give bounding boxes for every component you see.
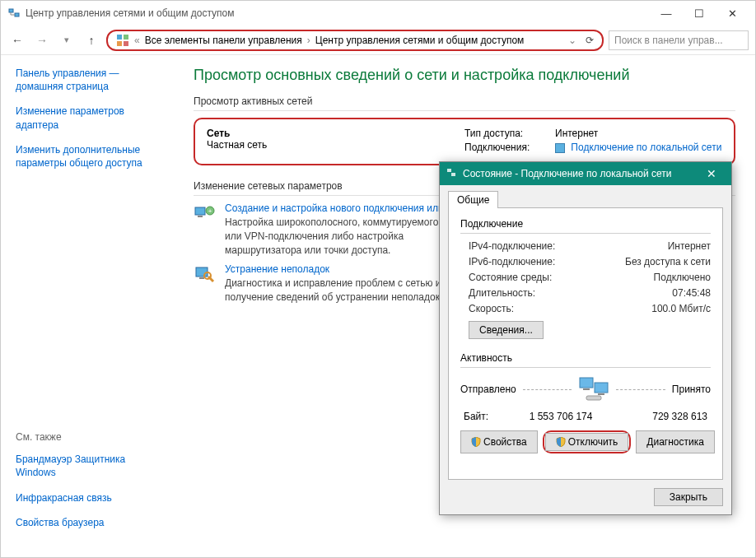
address-bar[interactable]: « Все элементы панели управления › Центр…: [106, 30, 604, 51]
svg-rect-5: [124, 35, 128, 40]
active-network-box: Сеть Частная сеть Тип доступа: Интернет …: [194, 118, 735, 165]
recv-bytes: 729 328 613: [633, 411, 707, 422]
svg-rect-16: [451, 173, 455, 176]
search-input[interactable]: Поиск в панели управ...: [609, 30, 749, 50]
svg-rect-4: [117, 35, 122, 40]
sidebar-home-link[interactable]: Панель управления — домашняя страница: [16, 67, 159, 93]
ipv6-value: Без доступа к сети: [625, 256, 711, 267]
sidebar-infrared-link[interactable]: Инфракрасная связь: [16, 491, 164, 505]
connection-section-label: Подключение: [460, 218, 711, 230]
refresh-button[interactable]: ⟳: [586, 35, 594, 46]
activity-section-label: Активность: [460, 352, 711, 364]
window-title: Центр управления сетями и общим доступом: [26, 7, 235, 19]
up-button[interactable]: ↑: [82, 30, 101, 50]
control-panel-icon: [116, 34, 129, 47]
access-type-label: Тип доступа:: [464, 128, 547, 139]
breadcrumb-prefix: «: [134, 35, 140, 46]
sent-label: Отправлено: [460, 384, 516, 395]
troubleshoot-desc: Диагностика и исправление проблем с сеть…: [225, 277, 455, 305]
svg-text:+: +: [208, 207, 212, 215]
troubleshoot-icon: [194, 263, 217, 286]
forward-button[interactable]: →: [32, 30, 52, 50]
maximize-button[interactable]: ☐: [683, 2, 716, 25]
connections-label: Подключения:: [464, 142, 547, 153]
svg-rect-1: [15, 13, 19, 16]
status-dialog: Состояние - Подключение по локальной сет…: [439, 161, 732, 515]
svg-rect-8: [195, 207, 205, 215]
properties-button-label: Свойства: [483, 436, 527, 448]
duration-value: 07:45:48: [672, 287, 711, 299]
svg-rect-0: [9, 9, 13, 12]
svg-rect-20: [598, 393, 604, 395]
new-connection-icon: +: [194, 202, 217, 226]
active-networks-label: Просмотр активных сетей: [194, 95, 735, 107]
sidebar-adapter-link[interactable]: Изменение параметров адаптера: [16, 105, 159, 131]
sidebar-firewall-link[interactable]: Брандмауэр Защитника Windows: [16, 453, 164, 479]
svg-rect-19: [595, 383, 608, 393]
diagnostics-button[interactable]: Диагностика: [636, 430, 715, 453]
breadcrumb-item-2[interactable]: Центр управления сетями и общим доступом: [315, 35, 525, 46]
svg-rect-9: [198, 216, 203, 217]
sidebar: Панель управления — домашняя страница Из…: [1, 55, 174, 557]
search-placeholder: Поиск в панели управ...: [614, 35, 723, 46]
svg-rect-18: [583, 388, 590, 390]
titlebar: Центр управления сетями и общим доступом…: [1, 1, 755, 26]
navbar: ← → ▾ ↑ « Все элементы панели управления…: [1, 26, 755, 55]
history-dropdown[interactable]: ▾: [57, 30, 77, 50]
shield-icon: [471, 437, 481, 447]
svg-rect-17: [580, 378, 593, 388]
recv-label: Принято: [672, 384, 711, 395]
sent-bytes: 1 553 706 174: [516, 411, 606, 422]
network-type: Частная сеть: [207, 139, 464, 151]
sidebar-sharing-link[interactable]: Изменить дополнительные параметры общего…: [16, 143, 159, 170]
computers-icon: [578, 376, 609, 402]
access-type-value: Интернет: [555, 128, 598, 139]
dialog-close-button[interactable]: ✕: [698, 164, 725, 184]
new-connection-desc: Настройка широкополосного, коммутируемог…: [225, 216, 455, 257]
connection-link[interactable]: Подключение по локальной сети: [571, 142, 721, 153]
ipv6-label: IPv6-подключение:: [469, 256, 555, 267]
speed-value: 100.0 Мбит/с: [651, 303, 711, 314]
minimize-button[interactable]: —: [650, 2, 683, 25]
dialog-title: Состояние - Подключение по локальной сет…: [463, 168, 672, 179]
new-connection-link[interactable]: Создание и настройка нового подключения …: [225, 202, 467, 214]
properties-button[interactable]: Свойства: [460, 430, 538, 453]
bytes-label: Байт:: [464, 411, 488, 422]
ipv4-label: IPv4-подключение:: [469, 240, 555, 252]
close-button[interactable]: ✕: [716, 2, 749, 25]
tab-general[interactable]: Общие: [448, 191, 498, 208]
disable-button-highlight: Отключить: [543, 430, 632, 453]
see-also-label: См. также: [16, 431, 164, 443]
svg-rect-6: [117, 41, 122, 46]
app-icon: [7, 7, 21, 20]
svg-rect-13: [199, 277, 204, 279]
svg-rect-7: [124, 41, 128, 46]
speed-label: Скорость:: [469, 303, 514, 314]
dialog-icon: [446, 168, 458, 179]
back-button[interactable]: ←: [7, 30, 27, 50]
svg-rect-15: [447, 169, 451, 172]
network-name: Сеть: [207, 128, 464, 139]
page-heading: Просмотр основных сведений о сети и наст…: [194, 67, 735, 84]
sidebar-browser-link[interactable]: Свойства браузера: [16, 516, 164, 529]
connection-icon: [555, 143, 565, 153]
duration-label: Длительность:: [469, 287, 535, 299]
breadcrumb-item-1[interactable]: Все элементы панели управления: [145, 35, 302, 46]
svg-rect-21: [586, 396, 601, 400]
dialog-titlebar[interactable]: Состояние - Подключение по локальной сет…: [440, 162, 731, 185]
address-dropdown[interactable]: ⌄: [564, 35, 581, 46]
troubleshoot-link[interactable]: Устранение неполадок: [225, 263, 329, 275]
media-label: Состояние среды:: [469, 272, 552, 283]
breadcrumb-sep: ›: [307, 35, 310, 46]
media-value: Подключено: [654, 272, 711, 283]
ipv4-value: Интернет: [668, 240, 711, 252]
close-dialog-button[interactable]: Закрыть: [654, 488, 723, 506]
disable-button[interactable]: Отключить: [545, 433, 629, 451]
details-button[interactable]: Сведения...: [469, 321, 544, 339]
disable-button-label: Отключить: [568, 436, 618, 448]
shield-icon: [556, 437, 566, 447]
